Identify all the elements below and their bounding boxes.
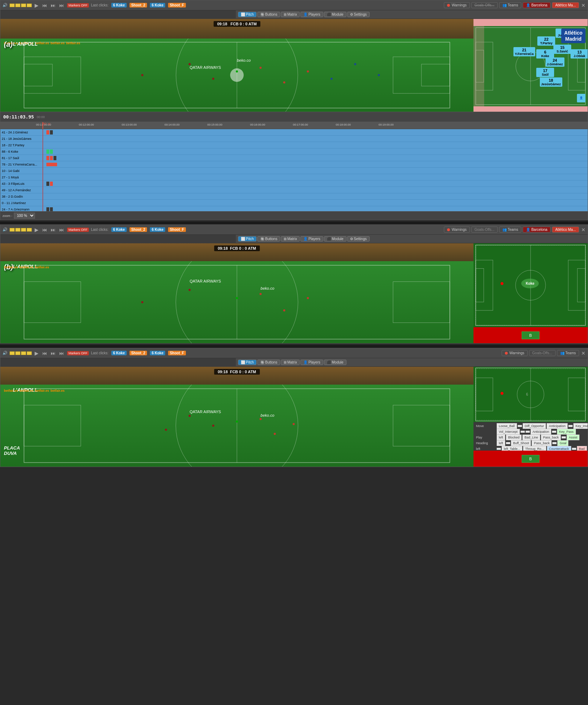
- subnav-module-b[interactable]: ⬛ Module: [324, 236, 346, 242]
- matrix-cell-0-2[interactable]: Diff_Opportur: [523, 423, 546, 429]
- matrix-cell-1-3[interactable]: Anticipation: [531, 429, 552, 435]
- tag-b-2[interactable]: Shoot_2: [130, 227, 147, 232]
- subnav-buttons-a[interactable]: 🔘 Buttons: [257, 12, 280, 17]
- matrix-cell-2-0[interactable]: left: [497, 435, 505, 440]
- matrix-cell-2-3[interactable]: Pass_back: [541, 435, 561, 440]
- skip-next-c[interactable]: ⏭: [59, 350, 65, 356]
- nav-teams-b[interactable]: 👥 Teams: [499, 227, 521, 233]
- matrix-cell-3-0[interactable]: left: [497, 440, 505, 446]
- matrix-cell-4-3[interactable]: Counterattack: [547, 446, 571, 451]
- skip-back-a[interactable]: ⏮: [41, 2, 48, 8]
- subnav-matrix-c[interactable]: ⊞ Matrix: [281, 360, 300, 365]
- close-btn-b[interactable]: ✕: [581, 227, 586, 233]
- subnav-players-a[interactable]: 👤 Players: [300, 12, 323, 17]
- player-card-ferreira[interactable]: 21 Y.FerreiraCa: [513, 47, 535, 56]
- matrix-cell-2-1[interactable]: Blocked: [506, 435, 522, 440]
- subnav-matrix-a[interactable]: ⊞ Matrix: [281, 12, 300, 17]
- subnav-settings-b[interactable]: ⚙ Settings: [347, 236, 370, 242]
- matrix-cell-0-3[interactable]: Anticipation: [547, 423, 568, 429]
- tag-b-3[interactable]: 6 Koke: [150, 227, 165, 232]
- skip-prev-c[interactable]: ⏭: [50, 350, 56, 356]
- player-card-partey[interactable]: 22 T.Partey: [537, 36, 555, 46]
- matrix-cell-3-3[interactable]: Pass_back: [532, 440, 552, 446]
- subnav-module-a[interactable]: ⬛ Module: [324, 12, 346, 17]
- matrix-cell-2-2[interactable]: Bad_Line: [522, 435, 540, 440]
- skip-back-c[interactable]: ⏮: [41, 350, 48, 356]
- skip-next-a[interactable]: ⏭: [59, 2, 65, 8]
- nav-teams-a[interactable]: 👥 Teams: [499, 2, 521, 8]
- matrix-cell-1-5[interactable]: Key_Pass: [557, 429, 576, 435]
- b-label-c: B: [522, 455, 539, 463]
- subnav-players-b[interactable]: 👤 Players: [300, 236, 323, 242]
- subnav-settings-a[interactable]: ⚙ Settings: [347, 12, 370, 17]
- tag-c-4[interactable]: Shoot_F: [168, 351, 186, 355]
- tag-b-1[interactable]: 6 Koke: [111, 227, 127, 232]
- skip-back-b[interactable]: ⏮: [41, 227, 48, 233]
- matrix-cell-4-1[interactable]: left_Table...: [502, 446, 522, 451]
- teams-icon-c: 👥: [560, 351, 564, 355]
- nav-barcelona-a[interactable]: 👤 Barcelona: [523, 2, 551, 8]
- subnav-players-c[interactable]: 👤 Players: [300, 360, 323, 365]
- tag-a-1[interactable]: 6 Koke: [111, 3, 127, 7]
- zoom-control-a: zoom - 100 % 75 % 50 % 200 %: [0, 211, 588, 220]
- tag-c-1[interactable]: 6 Koke: [111, 351, 127, 355]
- nav-atletico-b[interactable]: Atlético Ma...: [552, 227, 579, 233]
- subnav-module-c[interactable]: ⬛ Module: [324, 360, 346, 365]
- matrix-cell-4-2[interactable]: Throug_Ro...: [523, 446, 546, 451]
- svg-point-31: [188, 289, 191, 291]
- nav-goals-b[interactable]: Goals-Offs...: [471, 227, 498, 233]
- nav-warnings-b[interactable]: Warnings: [444, 227, 470, 233]
- subnav-matrix-b[interactable]: ⊞ Matrix: [281, 236, 300, 242]
- track-row-5: 78 - 21 Y.FerreiraCarra...: [0, 161, 588, 168]
- skip-prev-a[interactable]: ⏭: [50, 2, 56, 8]
- subnav-pitch-b[interactable]: ⬜ Pitch: [238, 236, 257, 242]
- nav-goals-a[interactable]: Goals-Offs...: [471, 2, 498, 8]
- player-card-savic[interactable]: 15 S.Savić: [553, 45, 571, 54]
- matrix-cell-4-5[interactable]: Bad: [577, 446, 587, 451]
- track-row-7: 27 - 1 Moyá: [0, 174, 588, 181]
- player-card-jesusgamez[interactable]: 18 JesúsGámez: [540, 77, 562, 87]
- matrix-cell-0-5[interactable]: Key_Involven: [573, 423, 588, 429]
- matrix-cell-2-5[interactable]: Assist: [567, 435, 579, 440]
- play-btn-b[interactable]: ▶: [34, 227, 39, 233]
- yellow-blocks-c: [10, 351, 32, 355]
- skip-next-b[interactable]: ⏭: [59, 227, 65, 233]
- player-card-gimenez[interactable]: 24 J.Giménez: [546, 57, 564, 67]
- player-card-saul[interactable]: 17 Saúl: [536, 68, 554, 77]
- nav-warnings-a[interactable]: Warnings: [444, 2, 470, 8]
- matrix-cell-0-0[interactable]: Loose_Ball: [497, 423, 517, 429]
- matrix-label-2: Play: [475, 435, 496, 440]
- matrix-cell-1-0[interactable]: Vol_Intercept: [497, 429, 520, 435]
- matrix-cell-3-2[interactable]: Buff_Shoot: [511, 440, 531, 446]
- tag-b-4[interactable]: Shoot_F: [168, 227, 186, 232]
- speaker-icon-b: 🔊: [2, 227, 7, 232]
- close-btn-c[interactable]: ✕: [581, 350, 586, 356]
- subnav-pitch-c[interactable]: ⬜ Pitch: [238, 360, 257, 365]
- markers-off-a: Markers OFF: [67, 3, 89, 7]
- yellow-block-c1: [10, 351, 15, 355]
- tag-a-4[interactable]: Shoot_F: [168, 3, 186, 7]
- track-row-12: 24 - 7 A.Griezmann: [0, 206, 588, 211]
- settings-icon-b: ⚙: [350, 237, 353, 241]
- subnav-pitch-a[interactable]: ⬜ Pitch: [238, 12, 257, 17]
- subnav-buttons-c[interactable]: 🔘 Buttons: [257, 360, 280, 365]
- matrix-cell-3-5[interactable]: Goal: [557, 440, 568, 446]
- tag-c-2[interactable]: Shoot_2: [130, 351, 147, 355]
- subnav-buttons-b[interactable]: 🔘 Buttons: [257, 236, 280, 242]
- matrix-cell-3-4: [552, 442, 557, 444]
- nav-teams-c[interactable]: 👥 Teams: [557, 350, 579, 356]
- player-card-oblak[interactable]: 13 J.Oblak: [571, 49, 588, 59]
- skip-prev-b[interactable]: ⏭: [50, 227, 56, 233]
- nav-warnings-c[interactable]: Warnings: [502, 350, 528, 356]
- play-btn-a[interactable]: ▶: [34, 2, 39, 8]
- zoom-select-a[interactable]: 100 % 75 % 50 % 200 %: [14, 213, 35, 219]
- tag-a-2[interactable]: Shoot_2: [130, 3, 147, 7]
- play-btn-c[interactable]: ▶: [34, 350, 39, 356]
- nav-barcelona-b[interactable]: 👤 Barcelona: [523, 227, 551, 233]
- close-btn-a[interactable]: ✕: [581, 2, 586, 8]
- tag-c-3[interactable]: 6 Koke: [150, 351, 165, 355]
- nav-goals-c[interactable]: Goals-Offs...: [529, 350, 556, 356]
- top-nav-b: Warnings Goals-Offs... 👥 Teams 👤 Barcelo…: [444, 225, 579, 234]
- nav-atletico-a[interactable]: Atlético Ma...: [552, 2, 579, 8]
- tag-a-3[interactable]: 6 Koke: [150, 3, 165, 7]
